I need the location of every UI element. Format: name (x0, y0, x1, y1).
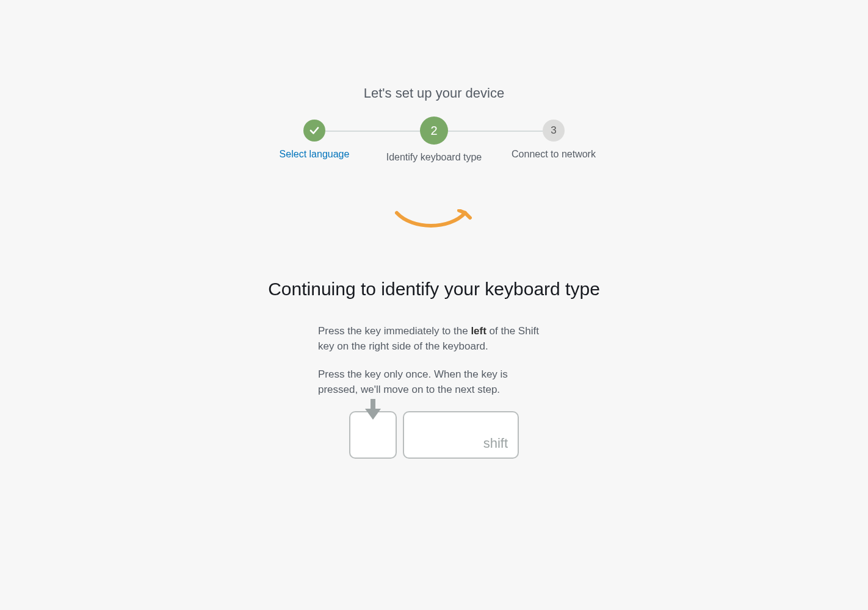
step-future-circle: 3 (543, 120, 565, 142)
text: Press the key immediately to the (318, 325, 471, 337)
step-select-language[interactable]: Select language (255, 120, 374, 160)
step-label: Identify keyboard type (386, 152, 482, 163)
step-done-circle (303, 120, 325, 142)
step-label[interactable]: Select language (280, 149, 350, 160)
instructions-block: Press the key immediately to the left of… (318, 324, 550, 398)
shift-key: shift (403, 411, 519, 459)
step-number: 3 (551, 124, 556, 137)
step-connect-network: 3 Connect to network (494, 120, 613, 160)
text-bold: left (471, 325, 486, 337)
progress-stepper: Select language 2 Identify keyboard type… (255, 120, 613, 163)
instruction-1: Press the key immediately to the left of… (318, 324, 550, 354)
step-label: Connect to network (512, 149, 596, 160)
step-identify-keyboard: 2 Identify keyboard type (374, 117, 494, 163)
arrow-down-icon (364, 399, 382, 423)
step-active-circle: 2 (420, 117, 448, 145)
connector-line (445, 131, 543, 132)
connector-line (325, 131, 423, 132)
main-heading: Continuing to identify your keyboard typ… (268, 279, 600, 300)
check-icon (309, 125, 320, 136)
keyboard-illustration: shift (349, 411, 519, 459)
amazon-smile-logo (394, 209, 474, 236)
shift-key-label: shift (483, 436, 508, 451)
page-title: Let's set up your device (364, 85, 504, 101)
smile-icon (394, 209, 474, 234)
step-number: 2 (430, 124, 437, 138)
instruction-2: Press the key only once. When the key is… (318, 367, 550, 397)
